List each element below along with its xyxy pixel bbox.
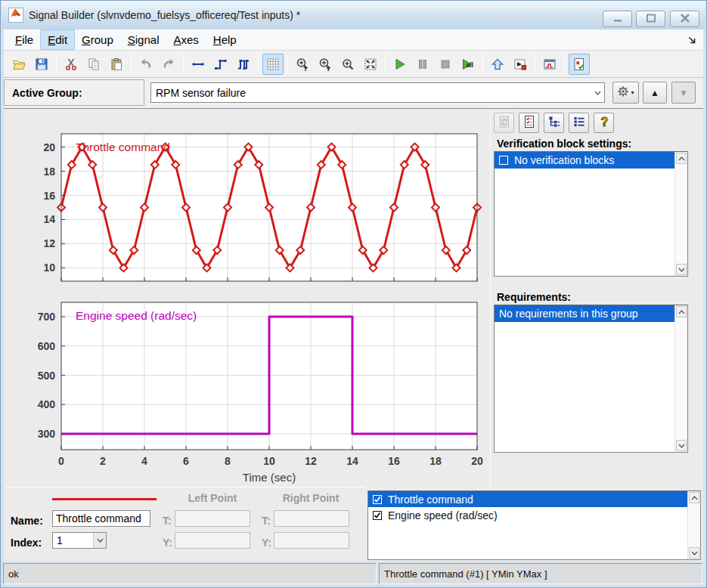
list-item[interactable]: No requirements in this group — [495, 305, 674, 322]
list-item[interactable]: No verification blocks — [495, 152, 674, 169]
move-group-up-button[interactable]: ▲ — [643, 82, 667, 104]
right-t-input[interactable] — [274, 510, 349, 527]
grid-icon — [266, 57, 280, 71]
right-y-input[interactable] — [274, 532, 349, 549]
open-button[interactable] — [8, 54, 29, 75]
active-group-combobox[interactable]: RPM sensor failure — [150, 82, 605, 103]
menu-signal[interactable]: Signal — [121, 30, 166, 49]
tree-view-button[interactable] — [544, 113, 564, 133]
index-select[interactable]: 1 — [52, 532, 107, 549]
menu-axes[interactable]: Axes — [166, 30, 205, 49]
fit-view-button[interactable] — [360, 54, 381, 75]
signal-name-input[interactable] — [52, 510, 150, 527]
req-doc-button[interactable] — [519, 113, 539, 133]
menubar: FileEditGroupSignalAxesHelp — [4, 29, 703, 51]
requirements-label: Requirements: — [497, 291, 571, 303]
scroll-down-button[interactable] — [689, 547, 699, 559]
svg-text:16: 16 — [388, 455, 400, 467]
pause-icon — [416, 57, 429, 71]
toolbar-separator — [287, 54, 288, 73]
svg-text:300: 300 — [38, 428, 56, 440]
active-group-label: Active Group: — [12, 87, 82, 99]
run-button[interactable] — [389, 54, 411, 75]
titlebar[interactable]: Signal Builder (slvnvdemo_fuelsys_office… — [2, 1, 705, 29]
undo-button[interactable] — [135, 54, 157, 75]
signal-list[interactable]: Throttle commandEngine speed (rad/sec) — [367, 491, 701, 560]
menu-file[interactable]: File — [8, 30, 40, 49]
export-to-model-button[interactable] — [510, 54, 531, 75]
menu-help[interactable]: Help — [206, 30, 243, 49]
verification-settings-button[interactable] — [569, 54, 590, 75]
move-group-down-button[interactable]: ▼ — [671, 82, 696, 104]
left-y-input[interactable] — [175, 532, 250, 549]
active-group-label-cell: Active Group: — [4, 79, 144, 106]
toolbar: TYall — [4, 51, 703, 78]
run-all-button[interactable]: all — [457, 54, 479, 75]
unchecked-checkbox-icon[interactable] — [499, 156, 508, 165]
requirements-list[interactable]: No requirements in this group — [494, 305, 688, 453]
stop-button[interactable] — [435, 54, 456, 75]
list-item[interactable]: Engine speed (rad/sec) — [368, 507, 687, 523]
requirements-scrollbar[interactable] — [674, 305, 687, 452]
engine-speed-chart[interactable]: 30040050060070002468101214161820Time (se… — [28, 296, 485, 486]
stop-icon — [439, 57, 452, 71]
scroll-up-button[interactable] — [676, 153, 687, 164]
verification-scrollbar[interactable] — [674, 152, 687, 276]
verification-list-rows: No verification blocks — [495, 152, 674, 276]
signal-list-scrollbar[interactable] — [687, 491, 700, 559]
zoom-button[interactable] — [337, 54, 358, 75]
verification-list[interactable]: No verification blocks — [494, 151, 688, 277]
step-mode-button[interactable] — [210, 54, 231, 75]
toolbar-separator — [535, 54, 535, 73]
list-item[interactable]: Throttle command — [368, 491, 687, 507]
close-button[interactable] — [670, 11, 699, 27]
help-button[interactable]: ? — [594, 113, 614, 133]
chevron-down-icon[interactable] — [591, 83, 604, 102]
save-button[interactable] — [31, 54, 52, 75]
pause-button[interactable] — [412, 54, 433, 75]
line-mode-button[interactable] — [188, 54, 209, 75]
group-options-button[interactable]: ▾ — [612, 82, 639, 104]
pulse-mode-button[interactable] — [233, 54, 254, 75]
svg-text:Y: Y — [327, 65, 331, 71]
grid-button[interactable] — [262, 54, 284, 75]
throttle-command-chart[interactable]: 101214161820Throttle command — [28, 127, 485, 287]
checked-checkbox-icon[interactable] — [373, 495, 382, 504]
copy-button[interactable] — [83, 54, 104, 75]
left-y-label: Y: — [163, 537, 172, 549]
menu-edit[interactable]: Edit — [41, 30, 74, 49]
scroll-up-button[interactable] — [689, 492, 699, 503]
left-t-input[interactable] — [175, 510, 250, 527]
menu-group[interactable]: Group — [75, 30, 120, 49]
dock-arrow-icon[interactable] — [687, 35, 697, 45]
maximize-button[interactable] — [636, 11, 665, 27]
undo-icon — [139, 57, 153, 71]
minimize-button[interactable] — [603, 11, 632, 27]
svg-text:2: 2 — [100, 455, 106, 467]
scroll-down-button[interactable] — [676, 440, 687, 451]
sync-button[interactable] — [494, 113, 514, 133]
toolbar-separator — [564, 54, 565, 73]
run-icon — [393, 57, 407, 71]
svg-text:20: 20 — [471, 455, 483, 467]
paste-button[interactable] — [106, 54, 127, 75]
open-icon — [12, 57, 26, 71]
svg-text:18: 18 — [43, 166, 55, 178]
list-view-button[interactable] — [569, 113, 589, 133]
up-button[interactable] — [487, 54, 508, 75]
scroll-down-button[interactable] — [676, 264, 687, 275]
svg-text:14: 14 — [43, 213, 55, 225]
checked-checkbox-icon[interactable] — [373, 511, 382, 520]
svg-text:10: 10 — [43, 262, 55, 274]
req-doc-icon — [522, 115, 536, 132]
scope-button[interactable] — [539, 54, 560, 75]
scroll-up-button[interactable] — [676, 306, 687, 317]
redo-button[interactable] — [158, 54, 179, 75]
chevron-down-icon[interactable] — [93, 533, 106, 548]
svg-text:12: 12 — [43, 237, 55, 249]
zoom-y-button[interactable]: Y — [315, 54, 336, 75]
zoom-t-button[interactable]: T — [292, 54, 313, 75]
cut-button[interactable] — [60, 54, 82, 75]
svg-text:all: all — [467, 61, 473, 69]
list-item-label: No requirements in this group — [499, 308, 638, 320]
